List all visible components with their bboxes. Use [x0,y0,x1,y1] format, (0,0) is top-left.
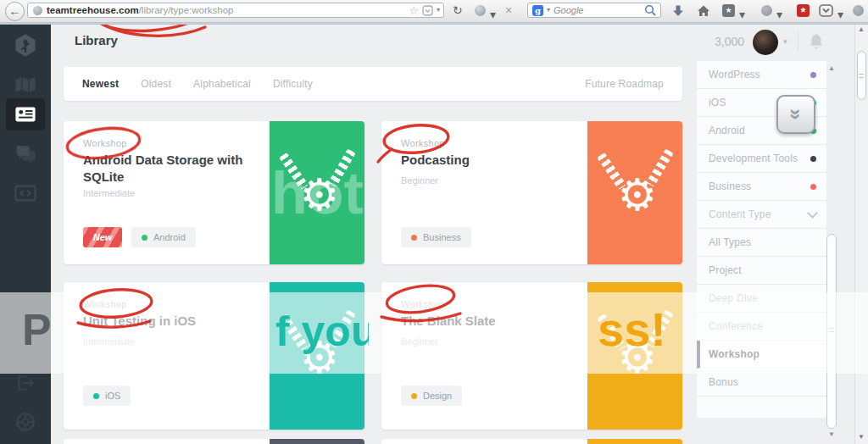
lastpass-extension-icon[interactable]: * [797,4,810,17]
topic-dot-icon [93,393,99,399]
topic-tag[interactable]: Business [401,227,471,247]
bookmarks-panel-button[interactable]: ★ [722,4,735,17]
sidebar-type-bonus[interactable]: Bonus [697,369,826,397]
pocket-toolbar-icon[interactable] [819,4,833,18]
sort-filter-bar: Newest Oldest Alphabetical Difficulty Fu… [64,67,682,101]
type-label: Bonus [709,376,738,388]
browser-scrollbar[interactable]: ▲ ▼ [854,22,868,444]
topic-tag-label: Business [423,232,461,242]
bookmarks-caret-icon[interactable]: ▾ [739,8,745,21]
partial-course-card[interactable] [381,439,682,444]
extension-icon-2[interactable] [853,5,864,16]
topic-label: Development Tools [709,153,798,164]
support-icon[interactable] [0,407,51,437]
stop-button[interactable]: × [505,3,512,17]
card-title: Podcasting [401,152,579,169]
topic-tag[interactable]: iOS [83,386,131,406]
url-history-caret-icon[interactable]: ▾ [437,6,440,14]
logout-icon[interactable] [0,368,51,398]
sidebar-type-deep-dive[interactable]: Deep Dive [697,285,826,313]
topic-tag[interactable]: Design [401,386,462,406]
sidebar-type-project[interactable]: Project [697,257,826,285]
sidebar-scroll-up-icon[interactable]: ▲ [828,64,835,72]
sidebar-topic-development-tools[interactable]: Development Tools [697,145,826,173]
course-card[interactable]: Workshop The Blank Slate Beginner Design… [381,282,682,430]
sidebar-type-all-types[interactable]: All Types [697,229,826,257]
topic-tag-label: Design [423,391,452,401]
forum-icon[interactable] [0,139,51,169]
topic-label: Android [709,125,745,136]
sidebar-scroll-down-icon[interactable]: ▼ [828,430,835,438]
filter-oldest[interactable]: Oldest [141,78,171,90]
future-roadmap-link[interactable]: Future Roadmap [585,78,664,90]
sidebar-scrollbar-thumb[interactable] [826,234,837,429]
url-domain: teamtreehouse.com [47,5,139,15]
avatar[interactable] [753,30,778,55]
topic-dot-icon [411,235,417,241]
sidebar-footer [697,397,826,418]
home-button[interactable] [697,4,710,18]
library-icon[interactable] [0,99,51,130]
topic-label: Business [709,180,751,192]
downloads-button[interactable] [671,4,685,18]
topic-dot-icon [810,184,816,190]
pocket-save-icon[interactable] [422,5,433,16]
extension-globe-icon[interactable] [475,5,486,16]
extension-globe-caret-icon[interactable]: ▾ [490,8,496,21]
sidebar-content-type-header[interactable]: Content Type [697,201,826,229]
card-tile: ⚙ [270,282,364,430]
sidebar-type-workshop-active[interactable]: Workshop [697,341,826,369]
card-tile: ⚙ [587,121,682,264]
topic-label: iOS [709,97,726,108]
content-type-label: Content Type [709,208,771,220]
url-bar[interactable]: teamtreehouse.com /library/type:workshop… [27,3,444,18]
reload-button[interactable]: ↻ [453,3,463,17]
back-button[interactable]: ← [5,2,25,21]
course-card[interactable]: Workshop Podcasting Beginner Business ⚙ [381,121,682,264]
topic-tag[interactable]: Android [131,227,196,247]
filter-alphabetical[interactable]: Alphabetical [193,78,251,90]
topic-label: WordPress [709,69,760,80]
extension-1-caret-icon[interactable]: ▾ [776,8,782,21]
pocket-caret-icon[interactable]: ▾ [837,8,843,21]
type-label: Project [709,264,742,276]
topic-dot-icon [142,235,147,241]
notifications-bell-icon[interactable] [807,31,826,55]
search-magnifier-icon[interactable] [644,4,656,16]
course-card[interactable]: Workshop Android Data Storage with SQLit… [64,121,364,264]
course-card[interactable]: Workshop Unit Testing in iOS Intermediat… [64,282,364,430]
partial-course-card[interactable] [64,439,364,444]
google-search-engine-icon[interactable]: g [532,5,543,16]
sidebar-type-conference[interactable]: Conference [697,313,826,341]
url-path: /library/type:workshop [139,5,234,15]
card-tile: ⚙ [587,282,682,430]
bookmark-star-icon[interactable]: ☆ [409,5,419,16]
sidebar-topic-wordpress[interactable]: WordPress [697,61,826,89]
extension-icon-1[interactable] [761,5,772,16]
topic-dot-icon [810,156,816,162]
profile-caret-icon[interactable]: ▾ [783,37,787,46]
code-editor-icon[interactable] [0,178,51,208]
type-label: All Types [709,236,751,248]
scrollbar-thumb[interactable] [857,51,866,100]
card-title: Android Data Storage with SQLite [83,152,261,186]
autoscroll-widget: » [776,95,815,134]
topic-dot-icon [810,72,816,78]
search-bar[interactable]: g ▾ Google [527,3,661,18]
card-kicker: Workshop [401,299,445,309]
scrollbar-up-icon[interactable]: ▲ [858,25,865,33]
topic-dot-icon [411,393,417,399]
card-kicker: Workshop [83,299,127,309]
topic-tag-label: Android [153,232,186,242]
search-engine-caret-icon[interactable]: ▾ [547,6,550,14]
scrollbar-down-icon[interactable]: ▼ [858,433,865,441]
card-tile [587,439,682,444]
map-icon[interactable] [0,69,51,100]
sidebar-topic-business[interactable]: Business [697,173,826,201]
new-badge: New [83,227,122,247]
filter-difficulty[interactable]: Difficulty [273,78,313,90]
points-counter: 3,000 [715,35,744,48]
workshop-gear-icon: ⚙ [587,282,682,430]
treehouse-logo-icon[interactable] [0,31,51,61]
filter-newest[interactable]: Newest [82,78,119,90]
